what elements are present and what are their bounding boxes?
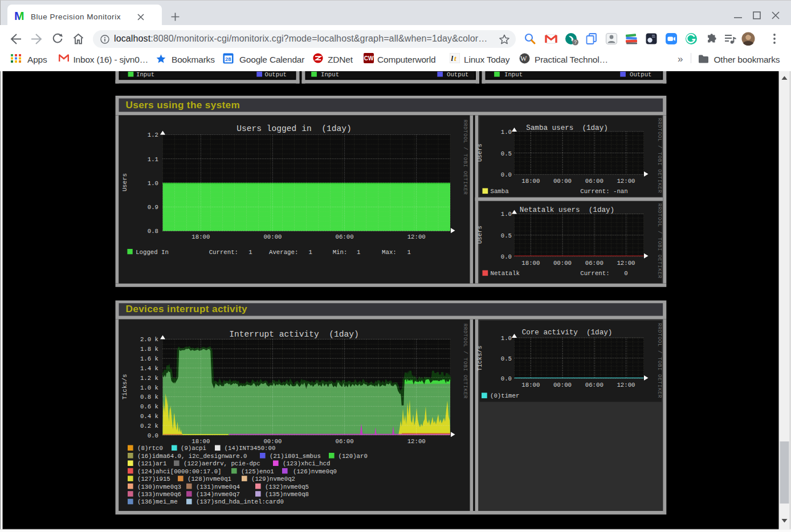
svg-text:(134)nvme0q7: (134)nvme0q7 [196,491,240,498]
svg-text:(125)eno1: (125)eno1 [241,468,274,475]
svg-text:0.0: 0.0 [148,432,158,439]
svg-text:Users using the system: Users using the system [126,99,240,111]
svg-text:Users: Users [476,144,483,162]
svg-text:(21)i801_smbus: (21)i801_smbus [270,453,321,460]
svg-text:(9)acpi: (9)acpi [181,445,206,452]
svg-text:Output: Output [630,71,651,78]
svg-text:RRDTOOL / TOBI OETIKER: RRDTOOL / TOBI OETIKER [462,120,468,195]
svg-text:1.6 k: 1.6 k [140,355,158,362]
svg-text:RRDTOOL / TOBI OETIKER: RRDTOOL / TOBI OETIKER [462,324,468,399]
svg-text:(135)nvme0q8: (135)nvme0q8 [265,491,309,498]
svg-text:?: ? [574,39,577,45]
svg-text:Output: Output [447,71,468,78]
svg-text:RRDTOOL / TOBI OETIKER: RRDTOOL / TOBI OETIKER [657,323,662,398]
svg-text:06:00: 06:00 [585,178,604,185]
svg-text:Netatalk: Netatalk [491,270,520,277]
svg-text:W: W [520,55,527,63]
svg-text:00:00: 00:00 [263,438,282,445]
svg-text:(128)nvme0q1: (128)nvme0q1 [187,476,231,482]
svg-text:00:00: 00:00 [553,178,572,185]
svg-text:12:00: 12:00 [617,382,635,388]
svg-text:00:00: 00:00 [553,382,572,388]
svg-text:Current:: Current: [209,249,238,256]
svg-text:Output: Output [265,71,287,78]
svg-text:Input: Input [321,71,339,78]
svg-text:18:00: 18:00 [521,178,540,185]
svg-text:06:00: 06:00 [336,438,354,445]
svg-text:18:00: 18:00 [521,260,540,267]
svg-text:(0)timer: (0)timer [490,392,519,399]
svg-text:1.0: 1.0 [148,180,158,187]
svg-text:M: M [15,10,25,22]
svg-text:0.5: 0.5 [501,150,512,157]
svg-text:0.5: 0.5 [501,355,512,362]
svg-text:12:00: 12:00 [617,178,635,185]
svg-text:12:00: 12:00 [617,260,635,267]
svg-text:Users: Users [476,226,483,244]
svg-text:(129)nvme0q2: (129)nvme0q2 [251,476,295,482]
svg-text:(137)snd_hda_intel:card0: (137)snd_hda_intel:card0 [196,498,284,505]
svg-text:06:00: 06:00 [585,382,604,388]
svg-text:Users: Users [121,173,128,191]
svg-text:(127)i915: (127)i915 [137,476,170,482]
svg-text:(126)nvme0q0: (126)nvme0q0 [293,468,337,475]
svg-text:(14)INT3450:00: (14)INT3450:00 [225,445,276,452]
svg-text:Ticks/s: Ticks/s [121,374,128,400]
svg-text:1: 1 [248,249,252,256]
svg-text:RRDTOOL / TOBI OETIKER: RRDTOOL / TOBI OETIKER [657,203,662,279]
svg-text:(133)nvme0q6: (133)nvme0q6 [137,491,181,498]
svg-text:(8)rtc0: (8)rtc0 [137,445,163,452]
svg-text:1.8 k: 1.8 k [140,346,158,353]
svg-text:Min:: Min: [333,249,348,256]
svg-text:RRDTOOL / TOBI OETIKER: RRDTOOL / TOBI OETIKER [657,118,662,193]
svg-text:Logged In: Logged In [136,249,169,256]
svg-text:Samba users (1day): Samba users (1day) [526,124,608,132]
svg-text:1.0: 1.0 [501,211,512,218]
svg-text:Netatalk users (1day): Netatalk users (1day) [520,206,614,214]
svg-text:(123)xhci_hcd: (123)xhci_hcd [283,460,330,467]
svg-text:0.8 k: 0.8 k [140,394,158,400]
svg-text:(16)idma64.0, i2c_designware.0: (16)idma64.0, i2c_designware.0 [137,453,247,460]
svg-text:CW: CW [364,55,373,62]
svg-text:0.9: 0.9 [148,204,158,211]
svg-text:12:00: 12:00 [407,438,426,445]
svg-text:0.5: 0.5 [501,232,512,239]
svg-text:Samba: Samba [491,188,509,195]
svg-text:(121)ar1: (121)ar1 [137,460,166,467]
svg-text:0.0: 0.0 [501,171,512,178]
svg-text:0.2 k: 0.2 k [140,423,158,429]
svg-text:Average:: Average: [269,249,298,256]
svg-text:0.8: 0.8 [148,228,158,235]
svg-text:1.0: 1.0 [501,335,512,342]
svg-text:18:00: 18:00 [191,234,210,240]
svg-text:(122)aerdrv, pcie-dpc: (122)aerdrv, pcie-dpc [184,460,260,467]
svg-text:Input: Input [136,71,154,78]
svg-text:1: 1 [357,249,360,256]
svg-text:Current: 0: Current: 0 [580,270,627,277]
svg-text:12:00: 12:00 [407,234,426,240]
svg-text:l: l [451,54,453,63]
svg-text:1.2: 1.2 [148,132,158,138]
svg-text:28: 28 [225,56,231,62]
svg-text:1.4 k: 1.4 k [140,365,158,372]
svg-text:(124)ahci[0000:00:17.0]: (124)ahci[0000:00:17.0] [137,468,222,475]
svg-text:0.6 k: 0.6 k [140,403,158,410]
svg-text:Current: -nan: Current: -nan [580,188,627,195]
svg-text:06:00: 06:00 [336,234,354,240]
svg-text:00:00: 00:00 [263,234,282,240]
svg-text:(132)nvme0q5: (132)nvme0q5 [265,484,309,490]
svg-text:0.0: 0.0 [501,253,512,260]
svg-text:(131)nvme0q4: (131)nvme0q4 [196,484,240,490]
svg-text:Devices interrupt activity: Devices interrupt activity [126,303,248,314]
svg-text:06:00: 06:00 [585,260,604,267]
svg-text:1.1: 1.1 [148,156,158,163]
svg-text:18:00: 18:00 [521,382,540,388]
svg-text:Ticks/s: Ticks/s [476,346,483,371]
svg-text:Core activity (1day): Core activity (1day) [522,329,613,337]
svg-text:0.4 k: 0.4 k [140,413,158,420]
svg-text:00:00: 00:00 [553,260,572,267]
svg-text:1.0 k: 1.0 k [140,384,158,391]
svg-text:1.0: 1.0 [501,129,512,136]
svg-text:2.0 k: 2.0 k [140,336,158,343]
svg-text:(120)ar0: (120)ar0 [339,453,368,460]
